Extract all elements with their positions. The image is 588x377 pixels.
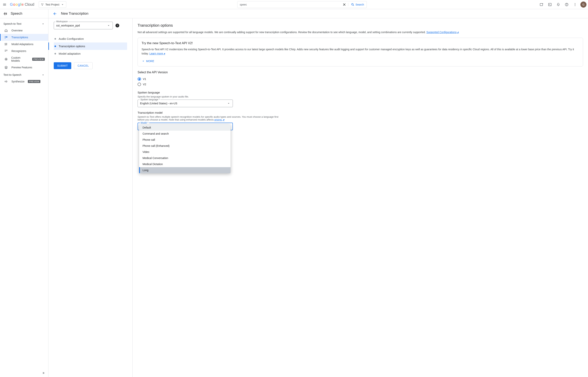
cloud-shell-icon[interactable]: [538, 1, 545, 8]
svg-rect-18: [6, 37, 7, 37]
svg-rect-26: [5, 50, 5, 50]
spoken-language-select[interactable]: Spoken language * English (United States…: [138, 100, 233, 107]
help-icon[interactable]: [563, 1, 570, 8]
layers-icon: [4, 66, 8, 69]
product-title: Speech: [11, 12, 22, 16]
svg-rect-4: [540, 3, 543, 6]
api-version-v2-radio[interactable]: V2: [138, 82, 583, 87]
svg-rect-43: [43, 372, 43, 374]
api-version-title: Select the API Version: [138, 71, 583, 74]
svg-rect-30: [5, 50, 5, 51]
waveform-icon: [4, 80, 8, 83]
avatar[interactable]: G: [580, 1, 587, 8]
svg-point-8: [575, 3, 575, 4]
sidebar-section-stt[interactable]: Speech-to-Text: [0, 20, 48, 27]
search-button[interactable]: Search: [348, 3, 367, 6]
more-icon[interactable]: [571, 1, 579, 8]
step-model-adaptation[interactable]: Model adaptation: [54, 50, 127, 57]
api-version-v1-radio[interactable]: V1: [138, 76, 583, 82]
main: Speech-to-Text Overview Transcriptions M…: [0, 18, 588, 377]
svg-rect-12: [5, 12, 5, 15]
workspace-help-icon[interactable]: ?: [115, 24, 119, 27]
search-box: Search: [237, 1, 367, 8]
svg-rect-38: [5, 81, 5, 82]
content-column: Transcription options Not all advanced s…: [133, 18, 588, 377]
sidebar-item-label: Preview Features: [12, 66, 32, 69]
project-name: Test Project: [45, 3, 59, 6]
svg-rect-40: [6, 81, 6, 82]
model-dropdown-scroll[interactable]: DefaultCommand and searchPhone callPhone…: [139, 125, 230, 173]
promo-more-toggle[interactable]: MORE: [142, 59, 579, 63]
radio-icon: [138, 83, 141, 86]
svg-point-2: [42, 5, 43, 6]
model-option[interactable]: Medical Conversation: [139, 155, 230, 161]
sidebar-item-recognizers[interactable]: Recognizers: [0, 47, 48, 54]
tune-icon: [4, 42, 8, 46]
svg-rect-39: [5, 81, 6, 82]
sidebar: Speech-to-Text Overview Transcriptions M…: [0, 18, 48, 377]
submit-button[interactable]: SUBMIT: [54, 62, 71, 69]
menu-icon[interactable]: [1, 1, 8, 8]
sidebar-item-overview[interactable]: Overview: [0, 27, 48, 34]
spoken-language-desc: Specify the language spoken in your audi…: [138, 95, 583, 98]
sidebar-item-label: Custom Models: [11, 56, 29, 62]
svg-point-10: [575, 5, 575, 6]
sidebar-item-label: Overview: [12, 29, 23, 32]
cancel-button[interactable]: CANCEL: [74, 62, 93, 69]
model-option[interactable]: Phone call: [139, 137, 230, 143]
notifications-icon[interactable]: [554, 1, 562, 8]
sidebar-item-transcriptions[interactable]: Transcriptions: [0, 34, 48, 41]
clear-search-button[interactable]: [340, 3, 348, 6]
sidebar-item-custom-models[interactable]: Custom Models PREVIEW: [0, 54, 48, 64]
workspace-select[interactable]: Workspace sst_workspace_ppd: [54, 22, 113, 29]
sidebar-item-label: Synthesize: [12, 80, 24, 83]
sidebar-item-label: Transcriptions: [12, 36, 28, 39]
svg-rect-17: [5, 37, 5, 37]
svg-rect-28: [6, 50, 7, 50]
model-option[interactable]: Long: [139, 167, 230, 173]
external-link-icon: ⬈: [457, 31, 459, 34]
model-option[interactable]: Phone call (Enhanced): [139, 143, 230, 149]
sidebar-item-model-adaptations[interactable]: Model Adaptations: [0, 41, 48, 47]
svg-rect-34: [5, 51, 5, 52]
google-cloud-logo[interactable]: Google Cloud: [10, 2, 34, 7]
step-audio-configuration[interactable]: Audio Configuration: [54, 35, 127, 42]
sidebar-item-synthesize[interactable]: Synthesize PREVIEW: [0, 78, 48, 85]
model-option[interactable]: Video: [139, 149, 230, 155]
promo-card: Try the new Speech-to-Text API V2! Speec…: [138, 38, 583, 66]
model-option[interactable]: Medical Dictation: [139, 161, 230, 167]
svg-rect-11: [4, 13, 4, 14]
model-option[interactable]: Default: [139, 125, 230, 131]
svg-rect-29: [7, 50, 7, 50]
model-dropdown-menu: DefaultCommand and searchPhone callPhone…: [139, 125, 230, 173]
dropdown-icon: [61, 3, 64, 6]
terminal-icon[interactable]: [546, 1, 554, 8]
svg-point-3: [351, 3, 353, 5]
spoken-language-title: Spoken language: [138, 91, 583, 94]
svg-point-1: [43, 3, 43, 4]
search-input[interactable]: [237, 1, 340, 8]
sidebar-item-label: Model Adaptations: [12, 43, 33, 46]
step-dot-icon: [55, 46, 56, 47]
project-picker[interactable]: Test Project: [39, 1, 66, 8]
svg-rect-5: [549, 3, 552, 6]
grid-icon: [4, 49, 8, 53]
svg-rect-33: [7, 50, 7, 51]
back-button[interactable]: [52, 11, 58, 16]
pricing-link[interactable]: pricing.⬈: [214, 118, 225, 121]
promo-body: Speech-to-Text API V2 modernizes the exi…: [142, 47, 579, 56]
svg-rect-23: [6, 44, 6, 46]
svg-rect-21: [5, 45, 5, 46]
model-option[interactable]: Command and search: [139, 131, 230, 137]
step-transcription-options[interactable]: Transcription options: [54, 42, 127, 50]
search-wrap: Search: [69, 1, 535, 8]
radio-icon: [138, 77, 141, 81]
svg-rect-20: [5, 43, 5, 44]
sidebar-item-preview-features[interactable]: Preview Features: [0, 64, 48, 71]
collapse-sidebar-button[interactable]: [42, 371, 46, 375]
sidebar-item-label: Recognizers: [12, 49, 26, 53]
learn-more-link[interactable]: Learn more⬈: [149, 52, 165, 55]
supported-configurations-link[interactable]: Supported Configurations⬈: [426, 31, 459, 34]
sidebar-section-tts[interactable]: Text-to-Speech: [0, 71, 48, 78]
svg-rect-15: [5, 36, 5, 37]
